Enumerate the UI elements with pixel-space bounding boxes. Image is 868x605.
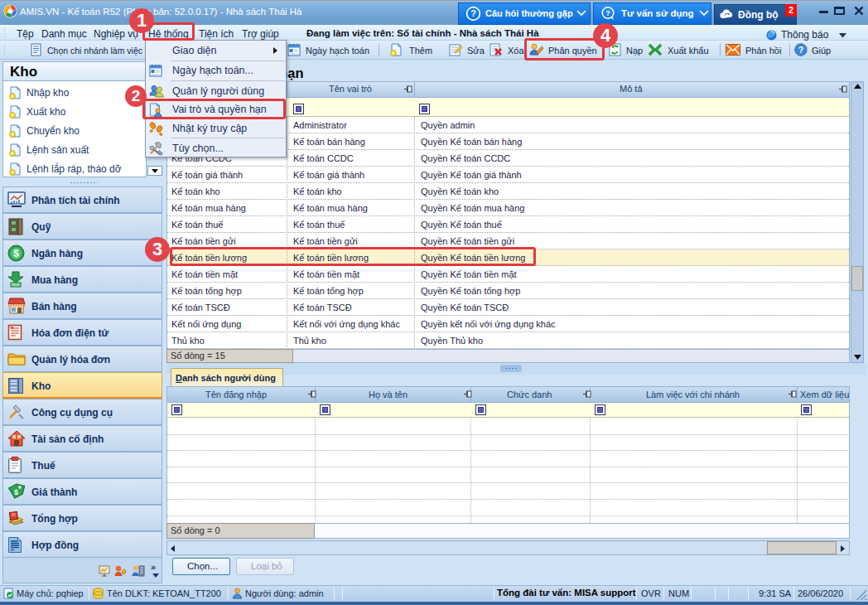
svg-text:?: ?	[605, 8, 610, 17]
svg-text:?: ?	[798, 45, 803, 55]
svg-text:?: ?	[470, 8, 476, 18]
svg-text:$: $	[13, 248, 19, 259]
svg-text:$: $	[14, 488, 18, 496]
